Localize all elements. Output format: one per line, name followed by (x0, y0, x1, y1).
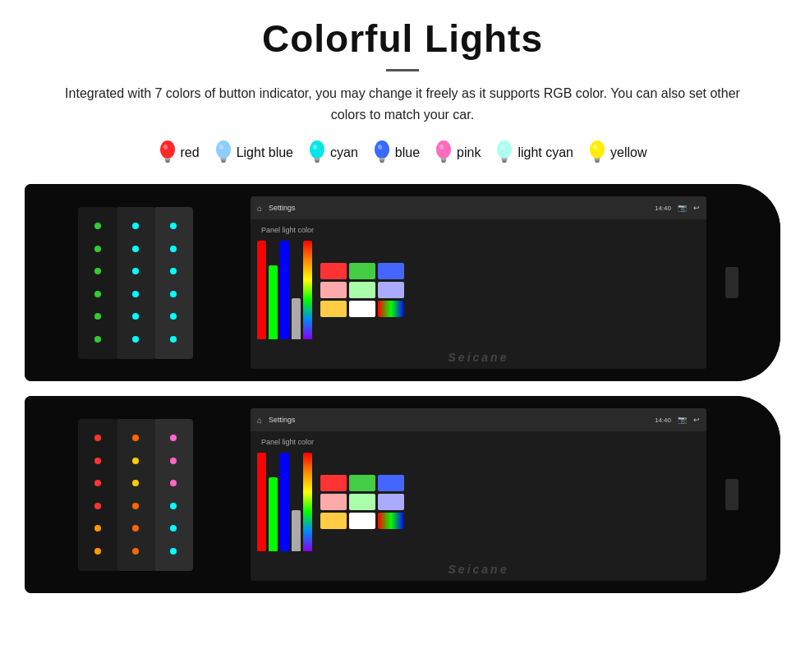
color-label-pink: pink (457, 145, 481, 160)
title-divider (386, 69, 419, 71)
svg-point-40 (590, 140, 605, 159)
svg-rect-21 (380, 161, 384, 163)
svg-rect-33 (503, 161, 507, 163)
car-unit-1: ⌂ Settings 14:40 📷 ↩ Panel light colorSe… (25, 396, 780, 593)
page-title: Colorful Lights (25, 16, 780, 61)
svg-rect-3 (165, 161, 169, 163)
svg-point-28 (436, 140, 451, 159)
svg-point-22 (375, 140, 389, 159)
bulb-icon (588, 140, 606, 166)
car-unit-0: ⌂ Settings 14:40 📷 ↩ Panel light colorSe… (25, 184, 780, 381)
seicane-watermark: Seicane (448, 563, 509, 576)
bulb-icon (308, 140, 326, 166)
color-item-yellow: yellow (588, 140, 646, 166)
svg-point-16 (310, 140, 324, 159)
svg-point-4 (160, 140, 175, 159)
color-label-cyan: cyan (330, 145, 358, 160)
color-label-light-blue: Light blue (237, 145, 293, 160)
color-item-red: red (159, 140, 200, 166)
color-item-cyan: cyan (308, 140, 358, 166)
color-list: red Light blue cyan blue pink light cyan (25, 140, 780, 166)
svg-rect-39 (596, 161, 600, 163)
color-item-light-cyan: light cyan (495, 140, 573, 166)
svg-point-10 (216, 140, 231, 159)
color-label-yellow: yellow (610, 145, 646, 160)
color-item-light-blue: Light blue (214, 140, 293, 166)
bulb-icon (495, 140, 513, 166)
car-units-section: ⌂ Settings 14:40 📷 ↩ Panel light colorSe… (25, 184, 780, 601)
bulb-icon (214, 140, 232, 166)
svg-rect-9 (221, 161, 225, 163)
title-section: Colorful Lights (25, 16, 780, 71)
bulb-icon (159, 140, 177, 166)
description-text: Integrated with 7 colors of button indic… (49, 83, 756, 125)
bulb-icon (373, 140, 391, 166)
color-item-blue: blue (373, 140, 420, 166)
page-container: Colorful Lights Integrated with 7 colors… (0, 0, 805, 618)
color-label-blue: blue (395, 145, 420, 160)
color-label-red: red (181, 145, 200, 160)
svg-rect-15 (315, 161, 320, 163)
svg-rect-27 (442, 161, 446, 163)
svg-point-34 (497, 140, 512, 159)
color-item-pink: pink (435, 140, 481, 166)
seicane-watermark: Seicane (448, 351, 509, 364)
bulb-icon (435, 140, 453, 166)
color-label-light-cyan: light cyan (518, 145, 573, 160)
